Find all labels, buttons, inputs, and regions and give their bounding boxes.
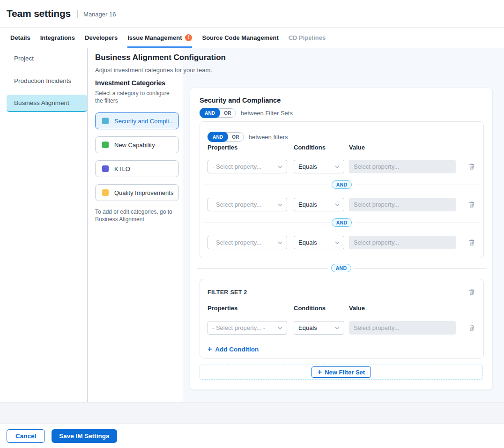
and-connector-pill: AND: [332, 218, 352, 227]
category-list: Security and Compli... New Capability KT…: [95, 112, 182, 201]
chevron-down-icon: [335, 327, 340, 329]
value-column-header: Value: [349, 144, 365, 151]
new-filter-set-label: New Filter Set: [325, 369, 365, 376]
property-select[interactable]: - Select property... -: [208, 160, 287, 173]
filter-row: - Select property... - Equals: [208, 198, 476, 211]
manager-label: Manager 16: [83, 11, 116, 18]
trash-icon: [468, 163, 475, 170]
delete-filter-set-button[interactable]: [467, 288, 476, 297]
condition-select-value: Equals: [298, 239, 317, 246]
footer-spacer: [0, 402, 504, 424]
selected-category-title: Security and Compliance: [200, 97, 483, 104]
filter-row: - Select property... - Equals: [208, 160, 476, 173]
and-or-toggle-filters[interactable]: AND OR: [208, 132, 244, 142]
and-connector-between-sets: AND: [197, 264, 486, 272]
new-filter-set-button[interactable]: + New Filter Set: [311, 366, 371, 378]
tab-bar: Details Integrations Developers Issue Ma…: [0, 28, 504, 48]
trash-icon: [468, 289, 475, 296]
conditions-column-header: Conditions: [294, 305, 349, 312]
chevron-down-icon: [278, 327, 282, 329]
chevron-down-icon: [335, 165, 340, 168]
category-ktlo[interactable]: KTLO: [95, 160, 179, 177]
condition-select[interactable]: Equals: [294, 198, 344, 211]
sidebar-item-business-alignment[interactable]: Business Alignment: [7, 95, 87, 112]
plus-icon: +: [318, 368, 322, 376]
filter-set-2-title: FILTER SET 2: [208, 289, 247, 296]
categories-note: To add or edit categories, go to Busines…: [95, 208, 178, 223]
investment-categories-panel: Investment Categories Select a category …: [95, 79, 182, 223]
or-option[interactable]: OR: [228, 132, 243, 142]
section-title: Business Alignment Configuration: [95, 53, 226, 62]
category-quality-improvements[interactable]: Quality Improvements: [95, 184, 179, 201]
property-select[interactable]: - Select property... -: [208, 321, 287, 335]
tab-label: CD Pipelines: [289, 34, 326, 41]
add-condition-button[interactable]: + Add Condition: [208, 345, 259, 353]
cancel-button[interactable]: Cancel: [7, 429, 45, 443]
category-label: Quality Improvements: [114, 189, 173, 196]
delete-condition-button[interactable]: [467, 200, 476, 209]
category-label: New Capability: [114, 142, 155, 149]
value-column-header: Value: [349, 305, 365, 312]
value-input[interactable]: [349, 236, 456, 249]
between-sets-label: between Filter Sets: [241, 110, 293, 117]
delete-condition-button[interactable]: [467, 162, 476, 171]
filter-set-2-header: FILTER SET 2: [208, 288, 476, 297]
warning-icon: !: [185, 34, 192, 41]
value-input[interactable]: [349, 160, 456, 173]
filter-config-card: Security and Compliance AND OR between F…: [190, 88, 493, 390]
category-security-and-compliance[interactable]: Security and Compli...: [95, 112, 179, 129]
and-or-toggle-sets[interactable]: AND OR: [200, 108, 236, 118]
filter-row: - Select property... - Equals: [208, 321, 476, 335]
trash-icon: [468, 239, 475, 246]
categories-title: Investment Categories: [95, 79, 182, 87]
category-color-swatch: [102, 142, 109, 148]
tab-label: Source Code Management: [202, 34, 278, 41]
tab-label: Details: [10, 34, 30, 41]
tab-integrations[interactable]: Integrations: [40, 28, 75, 48]
condition-select[interactable]: Equals: [294, 236, 344, 249]
header-divider: [77, 10, 78, 18]
content-area: Project Production Incidents Business Al…: [0, 48, 504, 402]
tab-details[interactable]: Details: [10, 28, 30, 48]
sidebar-item-production-incidents[interactable]: Production Incidents: [7, 72, 87, 90]
between-filters-toggle-row: AND OR between filters: [208, 132, 476, 142]
condition-select-value: Equals: [298, 163, 317, 170]
property-select-placeholder: - Select property... -: [212, 239, 265, 246]
property-select[interactable]: - Select property... -: [208, 236, 287, 249]
condition-select[interactable]: Equals: [294, 160, 344, 173]
delete-condition-button[interactable]: [467, 323, 476, 332]
value-input[interactable]: [349, 198, 456, 211]
sidebar-item-project[interactable]: Project: [7, 50, 87, 67]
trash-icon: [468, 324, 475, 331]
column-headers: Properties Conditions Value: [208, 144, 476, 151]
category-new-capability[interactable]: New Capability: [95, 136, 179, 153]
category-color-swatch: [102, 189, 109, 196]
condition-select[interactable]: Equals: [294, 321, 344, 335]
or-option[interactable]: OR: [220, 108, 235, 118]
add-condition-label: Add Condition: [215, 346, 259, 353]
delete-condition-button[interactable]: [467, 238, 476, 247]
tab-developers[interactable]: Developers: [85, 28, 118, 48]
and-option[interactable]: AND: [208, 132, 228, 142]
tab-cd-pipelines: CD Pipelines: [289, 28, 326, 48]
column-headers: Properties Conditions Value: [208, 305, 476, 312]
and-option[interactable]: AND: [200, 108, 220, 118]
categories-subtitle: Select a category to configure the filte…: [95, 90, 176, 105]
chevron-down-icon: [335, 241, 340, 244]
save-im-settings-button[interactable]: Save IM Settings: [52, 429, 117, 443]
property-select-placeholder: - Select property... -: [212, 201, 265, 208]
property-select[interactable]: - Select property... -: [208, 198, 287, 211]
tab-source-code-management[interactable]: Source Code Management: [202, 28, 278, 48]
and-connector: AND: [204, 218, 480, 227]
settings-sidebar: Project Production Incidents Business Al…: [0, 48, 88, 402]
value-input[interactable]: [349, 321, 456, 335]
trash-icon: [468, 201, 475, 208]
app-header: Team settings Manager 16: [0, 0, 504, 28]
filter-row: - Select property... - Equals: [208, 236, 476, 249]
chevron-down-icon: [278, 165, 282, 168]
between-filters-label: between filters: [249, 134, 288, 141]
section-subtitle: Adjust investment categories for your te…: [95, 67, 212, 74]
and-connector-pill: AND: [332, 180, 352, 189]
filter-set-2: FILTER SET 2 Properties Conditions Value…: [200, 279, 484, 358]
tab-issue-management[interactable]: Issue Management !: [127, 28, 192, 48]
